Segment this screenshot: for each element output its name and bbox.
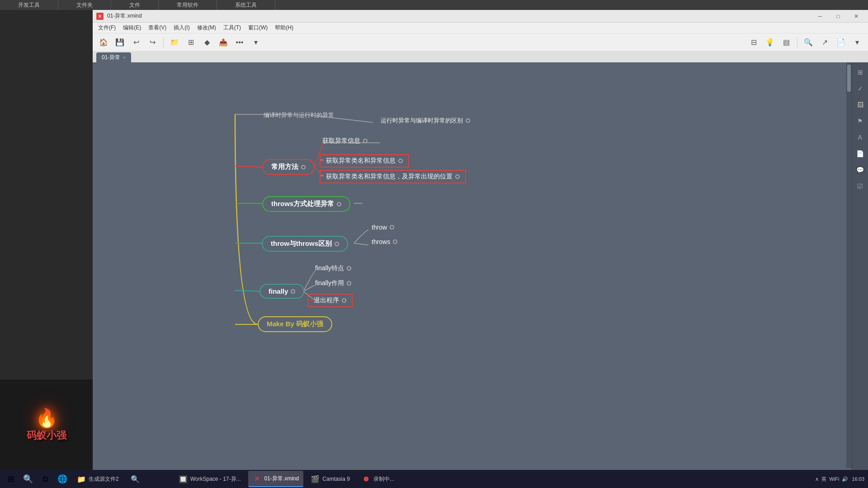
panel-icon-text[interactable]: A bbox=[854, 131, 867, 144]
node-dot-throw-vs bbox=[335, 242, 339, 246]
undo-button[interactable]: ↩ bbox=[129, 35, 143, 50]
top-taskbar-item-software[interactable]: 常用软件 bbox=[159, 0, 217, 10]
view-button[interactable]: ▤ bbox=[779, 35, 793, 50]
file-manager-icon: 📁 bbox=[77, 474, 86, 483]
close-button[interactable]: ✕ bbox=[848, 11, 864, 21]
fire-icon: 🔥 bbox=[27, 408, 66, 429]
recording-icon: ⏺ bbox=[362, 474, 371, 483]
export-button[interactable]: 📤 bbox=[216, 35, 231, 50]
right-panel: ⊞ ✓ 🖼 ⚑ A 📄 💬 ☑ bbox=[852, 62, 868, 477]
xmind-icon: ✕ bbox=[253, 474, 262, 483]
menu-tools[interactable]: 工具(T) bbox=[220, 23, 245, 33]
folder-button[interactable]: 📁 bbox=[167, 35, 182, 50]
panel-icon-chat[interactable]: 💬 bbox=[854, 164, 867, 176]
taskbar-search[interactable]: 🔍 bbox=[126, 471, 171, 487]
node-dot-classinfo-pos bbox=[455, 174, 460, 179]
redo-button[interactable]: ↪ bbox=[145, 35, 160, 50]
maximize-button[interactable]: □ bbox=[830, 11, 846, 21]
recording-label: 录制中... bbox=[373, 475, 394, 483]
window-titlebar: X 01-异常.xmind ─ □ ✕ bbox=[93, 10, 868, 23]
node-dot-throws bbox=[393, 239, 397, 244]
search-app-icon: 🔍 bbox=[131, 474, 140, 483]
export2-button[interactable]: 📄 bbox=[834, 35, 848, 50]
scrollbar-vertical[interactable] bbox=[846, 62, 852, 468]
tray-volume-icon[interactable]: 🔊 bbox=[842, 476, 848, 482]
tab-main[interactable]: 01-异常 × bbox=[96, 52, 131, 62]
edge-icon[interactable]: 🌐 bbox=[55, 472, 70, 486]
menu-help[interactable]: 帮助(H) bbox=[271, 23, 297, 33]
panel-icon-grid[interactable]: ⊞ bbox=[854, 66, 867, 79]
node-dot-finally-use bbox=[347, 281, 351, 286]
canvas-area[interactable]: 编译时异常与运行时的异常 运行时异常与编译时异常的区别 获取异常信息 常用方法 … bbox=[93, 62, 868, 477]
zoom-out-toolbar[interactable]: 🔍 bbox=[801, 35, 816, 50]
tray-wifi-icon: WiFi bbox=[829, 476, 839, 482]
more-button[interactable]: ••• bbox=[232, 35, 247, 50]
node-make-by: Make By 码蚁小强 bbox=[258, 316, 332, 332]
menu-insert[interactable]: 插入(I) bbox=[170, 23, 193, 33]
node-dot-common bbox=[301, 165, 306, 169]
taskbar-recording[interactable]: ⏺ 录制中... bbox=[357, 471, 402, 487]
taskbar-file-manager[interactable]: 📁 生成源文件2 bbox=[72, 471, 123, 487]
node-runtime-diff: 运行时异常与编译时异常的区别 bbox=[381, 117, 470, 125]
layout-button[interactable]: ⊞ bbox=[184, 35, 198, 50]
main-window: X 01-异常.xmind ─ □ ✕ 文件(F) 编辑(E) 查看(V) 插入… bbox=[93, 10, 868, 488]
tray-icons: ∧ 英 WiFi 🔊 bbox=[815, 476, 848, 483]
top-taskbar-item-folder[interactable]: 文件夹 bbox=[58, 0, 111, 10]
panel-icon-check[interactable]: ✓ bbox=[854, 82, 867, 95]
dropdown-button[interactable]: ▾ bbox=[249, 35, 263, 50]
app-icon: X bbox=[96, 13, 104, 20]
top-taskbar-item-dev[interactable]: 开发工具 bbox=[0, 0, 58, 10]
node-finally-feature: finally特点 bbox=[315, 264, 351, 272]
win-taskbar: ⊞ 🔍 ⧉ 🌐 📁 生成源文件2 🔍 🔲 WorkSpace - 17-异...… bbox=[0, 470, 868, 488]
toolbar-sep2 bbox=[797, 37, 797, 48]
camtasia-icon: 🎬 bbox=[311, 474, 320, 483]
node-dot-exit bbox=[342, 298, 346, 303]
workspace-label: WorkSpace - 17-异... bbox=[190, 475, 241, 483]
xmind-label: 01-异常.xmind bbox=[264, 475, 299, 483]
taskbar-xmind[interactable]: ✕ 01-异常.xmind bbox=[248, 471, 304, 487]
node-finally-use: finally作用 bbox=[315, 279, 351, 287]
node-dot-getinfo bbox=[363, 139, 368, 143]
camtasia-label: Camtasia 9 bbox=[322, 476, 350, 482]
top-taskbar-item-file[interactable]: 文件 bbox=[111, 0, 159, 10]
panel-icon-image[interactable]: 🖼 bbox=[854, 99, 867, 111]
start-button[interactable]: ⊞ bbox=[4, 472, 18, 486]
style-button[interactable]: ◆ bbox=[200, 35, 214, 50]
top-taskbar-item-sys[interactable]: 系统工具 bbox=[217, 0, 275, 10]
panel-button[interactable]: ⊟ bbox=[746, 35, 761, 50]
panel-icon-doc[interactable]: 📄 bbox=[854, 147, 867, 160]
taskbar-workspace[interactable]: 🔲 WorkSpace - 17-异... bbox=[174, 471, 245, 487]
menu-window[interactable]: 窗口(W) bbox=[245, 23, 271, 33]
tab-close-icon[interactable]: × bbox=[123, 55, 126, 60]
connector-lines bbox=[93, 62, 868, 477]
share-button[interactable]: ↗ bbox=[817, 35, 832, 50]
tray-up-icon[interactable]: ∧ bbox=[815, 476, 819, 482]
search-icon-task[interactable]: 🔍 bbox=[21, 472, 35, 486]
window-controls: ─ □ ✕ bbox=[812, 11, 864, 21]
task-view-button[interactable]: ⧉ bbox=[38, 472, 52, 486]
minimize-button[interactable]: ─ bbox=[812, 11, 828, 21]
save-button[interactable]: 💾 bbox=[113, 35, 127, 50]
menubar: 文件(F) 编辑(E) 查看(V) 插入(I) 修改(M) 工具(T) 窗口(W… bbox=[93, 23, 868, 33]
node-dot-finally-feat bbox=[347, 266, 351, 271]
panel-icon-flag[interactable]: ⚑ bbox=[854, 115, 867, 127]
logo-area: 🔥 码蚁小强 bbox=[0, 380, 93, 470]
left-sidebar bbox=[0, 10, 93, 380]
menu-file[interactable]: 文件(F) bbox=[94, 23, 119, 33]
panel-icon-task[interactable]: ☑ bbox=[854, 180, 867, 192]
menu-view[interactable]: 查看(V) bbox=[145, 23, 170, 33]
tab-label: 01-异常 bbox=[102, 54, 120, 61]
taskbar-camtasia[interactable]: 🎬 Camtasia 9 bbox=[306, 471, 354, 487]
tray-lang-icon[interactable]: 英 bbox=[821, 476, 826, 483]
window-title: 01-异常.xmind bbox=[107, 12, 142, 20]
lightbulb-button[interactable]: 💡 bbox=[763, 35, 777, 50]
taskbar-tray: ∧ 英 WiFi 🔊 16:03 bbox=[815, 476, 864, 483]
menu-modify[interactable]: 修改(M) bbox=[193, 23, 220, 33]
home-button[interactable]: 🏠 bbox=[96, 35, 111, 50]
more2-button[interactable]: ▾ bbox=[850, 35, 864, 50]
node-common-method: 常用方法 bbox=[262, 159, 315, 175]
node-dot-runtime bbox=[466, 118, 470, 123]
node-throw-vs-throws: throw与throws区别 bbox=[262, 236, 348, 252]
menu-edit[interactable]: 编辑(E) bbox=[119, 23, 145, 33]
node-dot-throws-handle bbox=[337, 202, 341, 206]
